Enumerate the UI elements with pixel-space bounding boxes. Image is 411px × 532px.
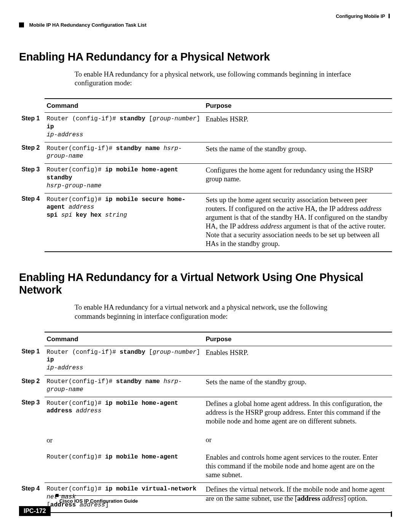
col-command: Command [45,332,204,346]
footer-rule [56,495,392,496]
running-header-section: Mobile IP HA Redundancy Configuration Ta… [19,22,392,28]
step-label: Step 3 [19,397,45,483]
section-1-table: Command Purpose Step 1 Router (config-if… [19,98,392,252]
purpose-cell: Sets the name of the standby group. [204,142,392,164]
section-2-title: Enabling HA Redundancy for a Virtual Net… [19,271,392,296]
col-purpose: Purpose [204,332,392,346]
col-purpose: Purpose [204,99,392,113]
section-breadcrumb: Mobile IP HA Redundancy Configuration Ta… [29,22,147,28]
step-label: Step 2 [19,375,45,397]
col-step [19,332,45,346]
command-cell: Router (config-if)# standby [group-numbe… [45,113,204,142]
section-2-table: Command Purpose Step 1 Router (config-if… [19,332,392,513]
table-row-or: or or [19,429,392,451]
purpose-cell: Enables and controls home agent services… [204,451,392,483]
table-row: Step 1 Router (config-if)# standby [grou… [19,346,392,375]
command-cell: Router(config)# ip mobile secure home-ag… [45,193,204,252]
footer-right-bar-icon [391,511,392,517]
purpose-or: or [204,429,392,451]
command-cell: Router(config)# ip mobile home-agent add… [45,397,204,429]
command-cell: Router (config-if)# standby [group-numbe… [45,346,204,375]
table-row: Step 1 Router (config-if)# standby [grou… [19,113,392,142]
purpose-cell: Sets up the home agent security associat… [204,193,392,252]
footer-guide-title: Cisco IOS IP Configuration Guide [59,498,392,504]
command-cell: Router(config)# ip mobile home-agent [45,451,204,483]
step-label: Step 3 [19,164,45,193]
running-header-chapter: Configuring Mobile IP [19,14,392,19]
header-square-icon [19,22,24,27]
section-1-title: Enabling HA Redundancy for a Physical Ne… [19,51,392,63]
step-label: Step 4 [19,193,45,252]
step-label: Step 1 [19,113,45,142]
footer-tick-icon [56,494,59,497]
command-cell: Router(config-if)# standby name hsrp-gro… [45,142,204,164]
table-header-row: Command Purpose [19,332,392,346]
col-step [19,99,45,113]
purpose-cell: Sets the name of the standby group. [204,375,392,397]
table-header-row: Command Purpose [19,99,392,113]
header-bar-icon [389,14,390,18]
step-label: Step 1 [19,346,45,375]
purpose-cell: Defines a global home agent address. In … [204,397,392,429]
table-row: Step 2 Router(config-if)# standby name h… [19,142,392,164]
command-cell: Router(config)# ip mobile home-agent sta… [45,164,204,193]
table-row: Step 3 Router(config)# ip mobile home-ag… [19,164,392,193]
table-row: Step 3 Router(config)# ip mobile home-ag… [19,397,392,429]
chapter-title: Configuring Mobile IP [336,14,385,19]
page-number: IPC-172 [19,506,51,516]
page: Configuring Mobile IP Mobile IP HA Redun… [0,0,411,532]
command-or: or [45,429,204,451]
step-label: Step 2 [19,142,45,164]
purpose-cell: Configures the home agent for redundancy… [204,164,392,193]
table-row: Router(config)# ip mobile home-agent Ena… [19,451,392,483]
table-row: Step 4 Router(config)# ip mobile secure … [19,193,392,252]
table-row: Step 2 Router(config-if)# standby name h… [19,375,392,397]
purpose-cell: Enables HSRP. [204,346,392,375]
page-footer: Cisco IOS IP Configuration Guide IPC-172 [19,495,392,516]
col-command: Command [45,99,204,113]
purpose-cell: Enables HSRP. [204,113,392,142]
section-2-intro: To enable HA redundancy for a virtual ne… [75,303,356,321]
command-cell: Router(config-if)# standby name hsrp-gro… [45,375,204,397]
section-1-intro: To enable HA redundancy for a physical n… [75,70,356,88]
